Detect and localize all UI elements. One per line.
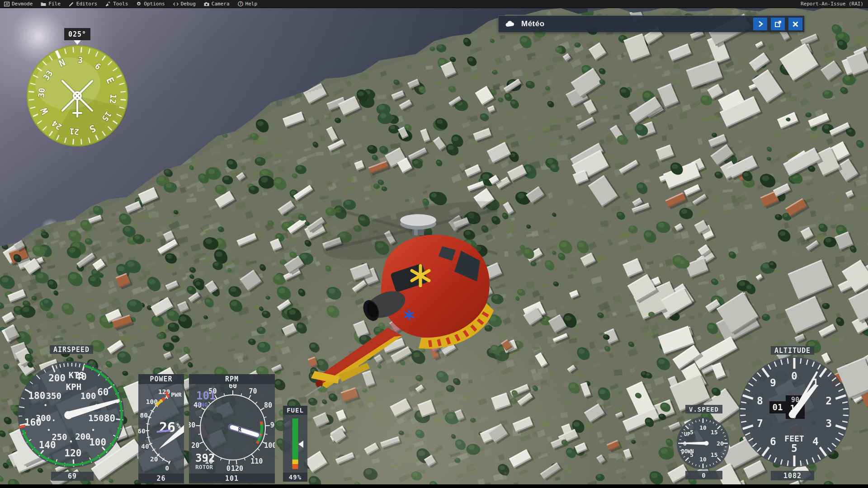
svg-text:12: 12: [108, 94, 118, 104]
svg-text:3: 3: [826, 418, 832, 429]
close-icon: [792, 21, 799, 28]
menu-item-camera[interactable]: Camera: [200, 0, 234, 8]
svg-text:0: 0: [165, 465, 169, 472]
svg-text:250: 250: [52, 432, 67, 442]
svg-text:15: 15: [711, 429, 718, 436]
svg-text:PWR: PWR: [171, 391, 182, 398]
fuel-pointer-icon: [298, 441, 303, 448]
fuel-title: FUEL: [283, 406, 307, 415]
svg-text:100: 100: [80, 391, 96, 401]
svg-text:20: 20: [717, 440, 724, 447]
menu-item-file[interactable]: File: [37, 0, 65, 8]
vspeed-value: 0: [685, 471, 722, 479]
svg-text:5: 5: [791, 442, 797, 454]
svg-text:120: 120: [65, 448, 82, 459]
menu-item-label: File: [48, 1, 61, 7]
fuel-gauge: FUEL 49%: [283, 406, 307, 482]
svg-text:101: 101: [196, 389, 216, 402]
menu-item-label: Options: [144, 1, 165, 7]
power-title: POWER: [138, 374, 184, 384]
gear-icon: [136, 1, 142, 7]
open-in-new-icon: [774, 20, 782, 28]
popout-button[interactable]: [771, 18, 785, 30]
menu-item-label: Editors: [76, 1, 97, 7]
svg-text:20: 20: [191, 441, 199, 450]
svg-text:0: 0: [226, 465, 231, 472]
svg-text:80: 80: [264, 401, 272, 409]
svg-text:90: 90: [270, 421, 275, 429]
menu-item-label: Debug: [181, 1, 196, 7]
rpm-value: 101: [189, 474, 275, 483]
svg-text:DOWN: DOWN: [681, 448, 694, 455]
airspeed-value: 69: [51, 472, 94, 481]
airspeed-title: AIRSPEED: [50, 345, 93, 354]
vspeed-gauge: 5101520510150UPDOWN: [675, 415, 731, 471]
svg-text:KTS: KTS: [69, 370, 84, 380]
svg-text:0: 0: [791, 370, 797, 382]
wrench-icon: [105, 1, 111, 7]
menu-item-label: Help: [245, 1, 258, 7]
svg-text:300.: 300.: [36, 413, 57, 423]
svg-text:80: 80: [104, 413, 115, 424]
devmode-icon: [4, 1, 9, 7]
camera-icon: [204, 1, 209, 7]
svg-text:ROTOR: ROTOR: [195, 464, 213, 470]
svg-text:120: 120: [231, 465, 243, 472]
svg-text:5: 5: [690, 429, 693, 436]
flight-sim-screen: DevmodeFileEditorsToolsOptionsDebugCamer…: [0, 0, 868, 488]
svg-text:3: 3: [78, 55, 84, 65]
weather-panel: Météo: [498, 15, 804, 32]
svg-text:20: 20: [150, 455, 158, 463]
svg-text:200: 200: [75, 432, 90, 441]
vspeed-title: V.SPEED: [685, 405, 722, 413]
chevron-right-icon: [757, 20, 764, 28]
helicopter: [271, 192, 497, 404]
svg-text:ENG: ENG: [197, 401, 208, 408]
menu-item-debug[interactable]: Debug: [169, 0, 200, 8]
svg-text:10: 10: [699, 424, 707, 431]
menu-item-help[interactable]: ?Help: [234, 0, 262, 8]
airspeed-gauge: 406080100120140160180200KTSKPH1001502002…: [16, 359, 126, 469]
svg-text:30: 30: [189, 421, 195, 429]
svg-text:392: 392: [195, 452, 215, 465]
letterbox: [0, 484, 868, 488]
svg-text:R: R: [238, 427, 242, 433]
devmode-menu-bar: DevmodeFileEditorsToolsOptionsDebugCamer…: [0, 0, 868, 8]
menu-item-devmode[interactable]: Devmode: [0, 0, 37, 8]
rpm-title: RPM: [189, 374, 275, 384]
code-icon: [173, 1, 179, 7]
weather-panel-title: Météo: [521, 19, 545, 28]
heading-pointer-icon: [74, 40, 81, 45]
svg-text:40: 40: [141, 443, 149, 450]
svg-text:01: 01: [773, 402, 783, 412]
svg-text:7: 7: [757, 418, 763, 429]
svg-text:180: 180: [28, 390, 45, 401]
svg-text:?: ?: [239, 2, 241, 6]
cloud-icon: [505, 20, 515, 28]
svg-text:9: 9: [770, 377, 776, 389]
fuel-yellow-segment: [292, 460, 298, 464]
svg-text:21: 21: [69, 127, 79, 137]
expand-button[interactable]: [753, 18, 767, 30]
svg-text:26: 26: [159, 419, 175, 435]
folder-icon: [41, 1, 46, 7]
svg-text:8: 8: [757, 395, 763, 407]
menu-item-editors[interactable]: Editors: [65, 0, 101, 8]
fuel-value: 49%: [283, 473, 307, 482]
altitude-title: ALTITUDE: [771, 346, 814, 355]
power-gauge: POWER 020406080100120PWR26% 26: [138, 374, 184, 482]
power-value: 26: [138, 474, 184, 483]
svg-text:150: 150: [88, 413, 104, 423]
pencil-icon: [69, 1, 74, 7]
menu-item-tools[interactable]: Tools: [101, 0, 132, 8]
svg-text:70: 70: [249, 387, 257, 395]
tail-boom: [306, 328, 402, 396]
close-button[interactable]: [788, 18, 802, 30]
report-an-issue[interactable]: Report-An-Issue (RAI): [801, 1, 868, 7]
menu-item-label: Tools: [113, 1, 128, 7]
svg-text:FEET: FEET: [784, 434, 804, 443]
menu-item-options[interactable]: Options: [132, 0, 169, 8]
compass-gauge: N36E1215S2124W3033: [26, 45, 128, 147]
help-icon: ?: [238, 1, 243, 7]
svg-text:10: 10: [699, 456, 707, 463]
